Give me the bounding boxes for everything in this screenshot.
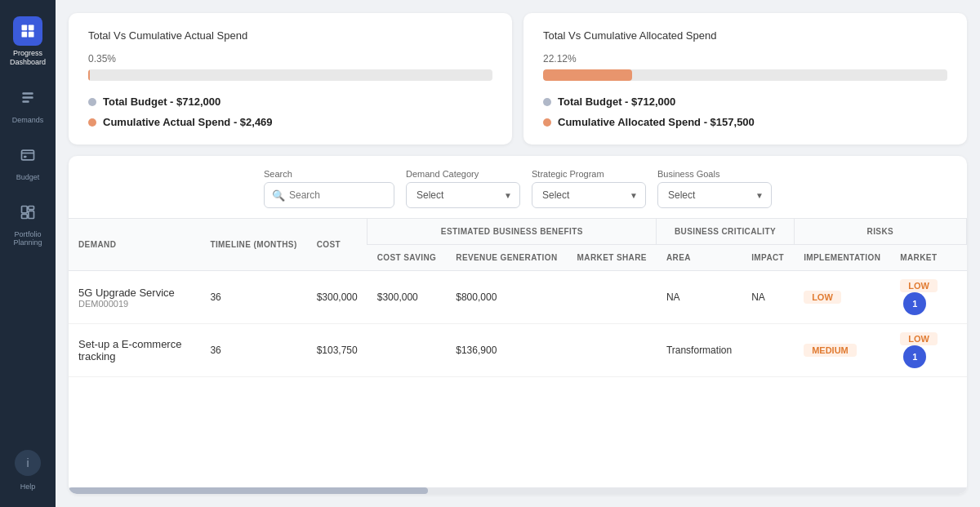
actual-spend-track: [88, 69, 492, 81]
svg-rect-0: [22, 25, 28, 31]
row1-demand: 5G Upgrade Service DEM000019: [69, 271, 200, 324]
sidebar-label-budget: Budget: [16, 173, 40, 181]
actual-spend-card: Total Vs Cumulative Actual Spend 0.35% T…: [69, 13, 512, 145]
sidebar-label-portfolio: Portfolio Planning: [3, 230, 52, 248]
row2-timeline: 36: [200, 324, 306, 377]
demand-category-label: Demand Category: [406, 169, 520, 179]
svg-rect-7: [22, 150, 34, 160]
sidebar-item-demands[interactable]: Demands: [0, 75, 56, 132]
actual-spend-metrics: Total Budget - $712,000 Cumulative Actua…: [88, 96, 492, 128]
row1-mkt-badge: LOW: [900, 279, 938, 292]
strategic-program-select-wrapper: Select ▼: [532, 182, 646, 208]
svg-rect-9: [24, 155, 26, 158]
main-table: DEMAND TIMELINE (MONTHS) COST ESTIMATED …: [69, 218, 967, 377]
help-label: Help: [20, 483, 36, 491]
actual-spend-pct: 0.35%: [88, 53, 492, 64]
allocated-spend-pct: 22.12%: [543, 53, 947, 64]
demand-category-filter-group: Demand Category Select ▼: [406, 169, 520, 208]
sidebar-item-help[interactable]: i Help: [0, 442, 56, 499]
sidebar-item-budget[interactable]: Budget: [0, 132, 56, 189]
th-impact: IMPACT: [742, 245, 794, 271]
th-estimated-group: ESTIMATED BUSINESS BENEFITS: [368, 219, 657, 245]
row2-impl-badge: MEDIUM: [804, 344, 857, 357]
portfolio-icon-box: [13, 198, 42, 227]
actual-budget-label: Total Budget - $712,000: [103, 96, 220, 108]
allocated-spend-metrics: Total Budget - $712,000 Cumulative Alloc…: [543, 96, 947, 128]
search-input-wrapper: 🔍: [264, 182, 394, 208]
svg-rect-13: [22, 214, 28, 218]
business-goals-label: Business Goals: [657, 169, 772, 179]
row1-impact: NA: [742, 271, 794, 324]
row1-timeline: 36: [200, 271, 306, 324]
demands-icon: [20, 90, 36, 106]
allocated-budget-metric: Total Budget - $712,000: [543, 96, 947, 108]
row2-market-share: [568, 324, 657, 377]
allocated-budget-label: Total Budget - $712,000: [558, 96, 675, 108]
actual-budget-metric: Total Budget - $712,000: [88, 96, 492, 108]
svg-rect-12: [29, 206, 34, 209]
business-goals-select-wrapper: Select ▼: [657, 182, 772, 208]
row2-cost: $103,750: [307, 324, 368, 377]
scrollbar-thumb[interactable]: [69, 487, 428, 494]
svg-rect-4: [22, 92, 33, 95]
business-goals-filter-group: Business Goals Select ▼: [657, 169, 772, 208]
row2-demand: Set-up a E-commerce tracking: [69, 324, 200, 377]
th-revenue-gen: REVENUE GENERATION: [446, 245, 567, 271]
th-area: AREA: [657, 245, 742, 271]
actual-spend-fill: [88, 69, 90, 81]
allocated-dot: [543, 118, 551, 127]
allocated-spend-track: [543, 69, 947, 81]
row2-mkt-badge: LOW: [900, 332, 938, 345]
th-demand: DEMAND: [69, 219, 200, 271]
help-circle[interactable]: i: [15, 450, 41, 476]
row2-demand-name: Set-up a E-commerce tracking: [78, 338, 190, 362]
svg-rect-2: [22, 32, 28, 38]
budget-dot: [88, 98, 96, 106]
row1-demand-id: DEM000019: [78, 299, 190, 309]
allocated-spend-card: Total Vs Cumulative Allocated Spend 22.1…: [523, 13, 967, 145]
svg-rect-3: [29, 32, 34, 38]
svg-rect-10: [22, 206, 28, 212]
th-market: MARKET: [890, 245, 966, 271]
svg-rect-5: [22, 96, 33, 99]
row1-area: NA: [657, 271, 742, 324]
sidebar-item-progress-dashboard[interactable]: Progress Dashboard: [0, 8, 56, 75]
row2-implementation: MEDIUM: [794, 324, 890, 377]
th-cost-saving: COST SAVING: [368, 245, 447, 271]
row2-cost-saving: [368, 324, 447, 377]
th-risks-group: RISKS: [794, 219, 966, 245]
row1-revenue-gen: $800,000: [446, 271, 567, 324]
business-goals-select[interactable]: Select: [657, 182, 772, 208]
top-cards-row: Total Vs Cumulative Actual Spend 0.35% T…: [69, 13, 967, 145]
row1-market-share: [568, 271, 657, 324]
table-wrapper[interactable]: DEMAND TIMELINE (MONTHS) COST ESTIMATED …: [69, 218, 967, 487]
portfolio-icon: [20, 204, 36, 220]
th-cost: COST: [307, 219, 368, 271]
row1-cost-saving: $300,000: [368, 271, 447, 324]
strategic-program-select[interactable]: Select: [532, 182, 646, 208]
strategic-program-label: Strategic Program: [532, 169, 646, 179]
sidebar-item-portfolio-planning[interactable]: Portfolio Planning: [0, 189, 56, 256]
allocated-cumulative-metric: Cumulative Allocated Spend - $157,500: [543, 116, 947, 128]
table-section: Search 🔍 Demand Category Select ▼ Strate…: [69, 156, 967, 494]
horizontal-scrollbar[interactable]: [69, 487, 967, 494]
budget-icon: [20, 147, 36, 163]
row2-area: Transformation: [657, 324, 742, 377]
table-row[interactable]: Set-up a E-commerce tracking 36 $103,750…: [69, 324, 967, 377]
table-row[interactable]: 5G Upgrade Service DEM000019 36 $300,000…: [69, 271, 967, 324]
actual-cumulative-metric: Cumulative Actual Spend - $2,469: [88, 116, 492, 128]
row1-impl-badge: LOW: [804, 291, 841, 304]
actual-cumulative-label: Cumulative Actual Spend - $2,469: [103, 116, 273, 128]
row1-cost: $300,000: [307, 271, 368, 324]
search-filter-label: Search: [264, 169, 394, 179]
allocated-budget-dot: [543, 98, 551, 106]
allocated-cumulative-label: Cumulative Allocated Spend - $157,500: [558, 116, 755, 128]
allocated-spend-title: Total Vs Cumulative Allocated Spend: [543, 29, 947, 42]
demand-category-select[interactable]: Select: [406, 182, 520, 208]
svg-rect-11: [29, 211, 34, 218]
svg-rect-6: [22, 100, 29, 103]
sidebar: Progress Dashboard Demands Budget: [0, 0, 56, 507]
th-criticality-group: BUSINESS CRITICALITY: [657, 219, 794, 245]
th-market-share: MARKET SHARE: [568, 245, 657, 271]
th-implementation: IMPLEMENTATION: [794, 245, 890, 271]
